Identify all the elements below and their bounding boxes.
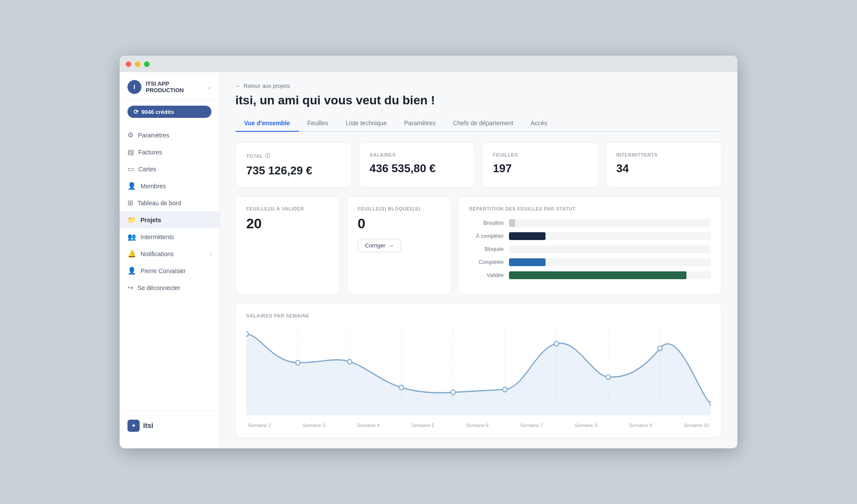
- bar-track-brouillon: [509, 219, 711, 227]
- sidebar-item-user[interactable]: 👤 Pierre Corvaisier: [120, 262, 219, 279]
- chart-point: [246, 332, 248, 337]
- corriger-button[interactable]: Corriger →: [358, 239, 401, 252]
- bar-track-acompléter: [509, 232, 711, 240]
- stat-value-feuilles: 197: [493, 162, 588, 175]
- tab-feuilles[interactable]: Feuilles: [299, 115, 337, 132]
- titlebar: [120, 56, 737, 72]
- nav-label-logout: Se déconnecter: [137, 284, 180, 291]
- bar-fill-brouillon: [509, 219, 515, 227]
- sidebar-item-factures[interactable]: ▤ Factures: [120, 144, 219, 160]
- repartition-title: RÉPARTITION DES FEUILLES PAR STATUT: [469, 206, 711, 211]
- chart-point: [348, 359, 352, 364]
- bar-track-validée: [509, 271, 711, 279]
- label-bloquees: FEUILLE(S) BLOQUÉE(S): [358, 206, 440, 211]
- brand-label: itsi: [143, 422, 153, 430]
- sidebar-item-membres[interactable]: 👤 Membres: [120, 177, 219, 194]
- stat-value-salaires: 436 535,80 €: [370, 162, 465, 175]
- back-arrow-icon: ←: [235, 83, 241, 89]
- stat-label-salaires: SALAIRES: [370, 152, 465, 157]
- credits-label: 9046 crédits: [141, 109, 174, 115]
- value-bloquees: 0: [358, 216, 440, 232]
- maximize-button[interactable]: [144, 61, 150, 67]
- page-title: itsi, un ami qui vous veut du bien !: [235, 93, 722, 107]
- sidebar-item-parametres[interactable]: ⚙ Paramètres: [120, 127, 219, 144]
- stat-total: TOTAL ⓘ 735 126,29 €: [235, 142, 352, 187]
- chart-label-s10: Semaine 10: [683, 423, 709, 428]
- nav-label-tableau: Tableau de bord: [137, 200, 181, 207]
- logout-icon: ↪: [127, 284, 133, 292]
- main-content: ← Retour aux projets itsi, un ami qui vo…: [220, 72, 737, 448]
- tab-liste-technique[interactable]: Liste technique: [337, 115, 395, 132]
- stat-label-total: TOTAL ⓘ: [246, 152, 341, 160]
- sidebar-item-logout[interactable]: ↪ Se déconnecter: [120, 279, 219, 296]
- dashboard-icon: ⊞: [127, 199, 133, 207]
- bar-fill-validée: [509, 271, 686, 279]
- sidebar-item-tableau[interactable]: ⊞ Tableau de bord: [120, 194, 219, 211]
- back-label: Retour aux projets: [244, 83, 290, 89]
- bar-fill-complétée: [509, 258, 546, 266]
- info-icon[interactable]: ⓘ: [265, 152, 271, 160]
- tab-acces[interactable]: Accès: [522, 115, 556, 132]
- chart-point: [554, 341, 559, 346]
- tab-parametres[interactable]: Paramètres: [395, 115, 444, 132]
- chart-point: [710, 401, 711, 406]
- chart-label-s8: Semaine 8: [575, 423, 598, 428]
- tab-chefs[interactable]: Chefs de département: [444, 115, 522, 132]
- brand: ✦ itsi: [120, 416, 219, 435]
- sidebar-item-projets[interactable]: 📁 Projets: [120, 211, 219, 228]
- chart-label-s3: Semaine 3: [302, 423, 325, 428]
- sidebar-item-cartes[interactable]: ▭ Cartes: [120, 160, 219, 177]
- nav-label-factures: Factures: [138, 149, 162, 156]
- sidebar-item-intermittents[interactable]: 👥 Intermittents: [120, 228, 219, 245]
- minimize-button[interactable]: [135, 61, 141, 67]
- stat-label-feuilles: FEUILLES: [493, 152, 588, 157]
- chart-label-s6: Semaine 6: [466, 423, 489, 428]
- bar-acompléter: À compléter: [469, 232, 711, 240]
- sidebar: I ITSI APP PRODUCTION ⌄ ⟳ 9046 crédits ⚙…: [120, 72, 220, 448]
- gear-icon: ⚙: [127, 131, 134, 139]
- bar-label-validée: Validée: [469, 272, 504, 278]
- middle-row: FEUILLE(S) À VALIDER 20 FEUILLE(S) BLOQU…: [235, 196, 722, 294]
- nav-label-user: Pierre Corvaisier: [141, 267, 186, 274]
- nav-label-projets: Projets: [141, 217, 161, 224]
- notifications-arrow: ›: [210, 251, 211, 257]
- tab-vue-ensemble[interactable]: Vue d'ensemble: [235, 115, 299, 132]
- sidebar-header[interactable]: I ITSI APP PRODUCTION ⌄: [120, 80, 219, 100]
- main-inner: ← Retour aux projets itsi, un ami qui vo…: [220, 72, 737, 448]
- close-button[interactable]: [126, 61, 131, 67]
- members-icon: 👤: [127, 182, 136, 190]
- stat-value-total: 735 126,29 €: [246, 164, 341, 177]
- bar-label-bloquée: Bloquée: [469, 246, 504, 252]
- stat-feuilles: FEUILLES 197: [482, 142, 599, 187]
- chart-point: [658, 346, 662, 351]
- nav-label-parametres: Paramètres: [138, 132, 169, 139]
- credits-icon: ⟳: [134, 108, 139, 115]
- chart-point: [399, 385, 404, 390]
- chart-label-s5: Semaine 5: [411, 423, 434, 428]
- bar-label-complétée: Complétée: [469, 259, 504, 265]
- back-link[interactable]: ← Retour aux projets: [235, 83, 722, 89]
- chart-label-s2: Semaine 2: [248, 423, 271, 428]
- org-avatar: I: [127, 80, 141, 94]
- chevron-down-icon[interactable]: ⌄: [207, 84, 211, 90]
- stat-salaires: SALAIRES 436 535,80 €: [359, 142, 475, 187]
- nav-label-membres: Membres: [141, 183, 166, 190]
- bar-brouillon: Brouillon: [469, 219, 711, 227]
- stat-value-intermittents: 34: [616, 162, 711, 175]
- bar-bloquée: Bloquée: [469, 245, 711, 253]
- chart-labels: Semaine 2 Semaine 3 Semaine 4 Semaine 5 …: [246, 423, 711, 428]
- tabs-bar: Vue d'ensemble Feuilles Liste technique …: [235, 115, 722, 132]
- stat-intermittents: INTERMITTENTS 34: [606, 142, 722, 187]
- sidebar-item-notifications[interactable]: 🔔 Notifications ›: [120, 245, 219, 262]
- chart-point: [502, 387, 507, 392]
- app-window: I ITSI APP PRODUCTION ⌄ ⟳ 9046 crédits ⚙…: [120, 56, 737, 448]
- credits-badge[interactable]: ⟳ 9046 crédits: [127, 106, 211, 118]
- app-body: I ITSI APP PRODUCTION ⌄ ⟳ 9046 crédits ⚙…: [120, 72, 737, 448]
- bell-icon: 🔔: [127, 250, 136, 258]
- card-repartition: RÉPARTITION DES FEUILLES PAR STATUT Brou…: [458, 196, 722, 294]
- chart-point: [296, 360, 300, 365]
- bar-fill-acompléter: [509, 232, 546, 240]
- chart-container: [246, 324, 711, 420]
- bar-complétée: Complétée: [469, 258, 711, 266]
- nav-label-notifications: Notifications: [141, 250, 174, 257]
